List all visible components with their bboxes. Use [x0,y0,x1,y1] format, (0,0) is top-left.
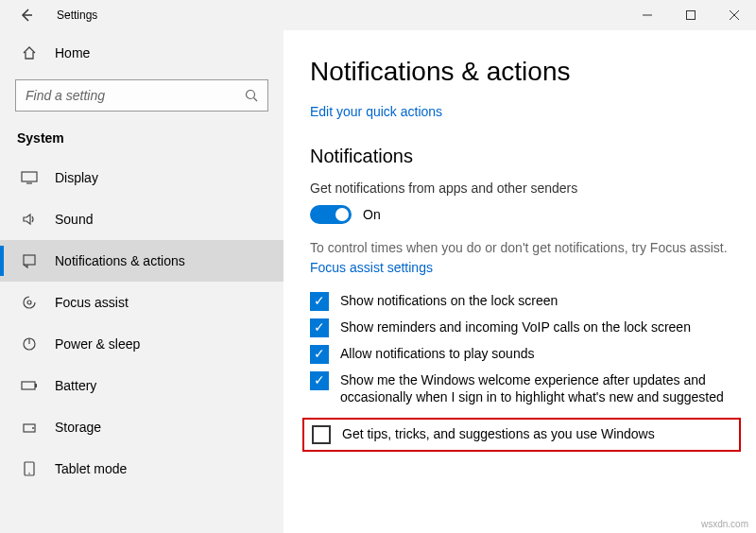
check-reminders[interactable]: ✓ Show reminders and incoming VoIP calls… [310,318,737,337]
category-label: System [0,123,284,157]
checkbox-list: ✓ Show notifications on the lock screen … [310,292,737,453]
nav-notifications[interactable]: Notifications & actions [0,240,284,282]
power-icon [21,336,38,352]
tablet-icon [21,461,38,476]
close-button[interactable] [713,0,756,30]
nav-storage[interactable]: Storage [0,406,284,448]
nav-label: Storage [55,420,101,435]
close-icon [730,10,739,20]
focus-icon [21,295,38,310]
svg-point-4 [27,301,31,304]
checkbox[interactable]: ✓ [310,371,329,390]
nav-power[interactable]: Power & sleep [0,323,284,365]
notifications-toggle[interactable] [310,205,352,224]
maximize-button[interactable] [669,0,713,30]
svg-point-1 [247,91,255,99]
display-icon [21,171,38,184]
home-icon [21,45,38,60]
nav-label: Power & sleep [55,336,140,352]
check-welcome[interactable]: ✓ Show me the Windows welcome experience… [310,371,737,407]
search-box[interactable] [15,79,268,112]
minimize-icon [643,10,652,20]
titlebar: Settings [0,0,756,30]
quick-actions-link[interactable]: Edit your quick actions [310,104,737,119]
battery-icon [21,380,38,391]
nav-label: Notifications & actions [55,253,185,268]
nav-label: Focus assist [55,295,129,310]
watermark: wsxdn.com [701,519,748,529]
check-label: Show me the Windows welcome experience a… [340,371,737,407]
svg-point-9 [32,427,34,429]
check-label: Show reminders and incoming VoIP calls o… [340,318,691,336]
back-button[interactable] [8,0,45,30]
nav-label: Display [55,170,98,185]
nav-tablet[interactable]: Tablet mode [0,448,284,490]
checkbox[interactable]: ✓ [310,318,329,337]
svg-rect-0 [687,11,696,20]
checkbox[interactable] [312,425,331,444]
nav-focus-assist[interactable]: Focus assist [0,282,284,323]
nav-label: Sound [55,212,93,227]
sidebar: Home System Display Sound [0,30,284,533]
notifications-toggle-row: On [310,205,737,224]
search-icon [245,89,258,102]
section-heading: Notifications [310,146,737,167]
checkbox[interactable]: ✓ [310,345,329,364]
nav-display[interactable]: Display [0,157,284,198]
storage-icon [21,420,38,435]
check-label: Show notifications on the lock screen [340,292,558,310]
minimize-button[interactable] [626,0,669,30]
sound-icon [21,212,38,227]
arrow-left-icon [19,8,34,23]
check-label: Allow notifications to play sounds [340,345,534,363]
checkbox[interactable]: ✓ [310,292,329,311]
content-area: Notifications & actions Edit your quick … [284,30,756,533]
page-heading: Notifications & actions [310,57,737,87]
check-lock-screen[interactable]: ✓ Show notifications on the lock screen [310,292,737,311]
check-sounds[interactable]: ✓ Allow notifications to play sounds [310,345,737,364]
search-input[interactable] [26,88,245,103]
svg-rect-7 [35,384,37,387]
nav-label: Tablet mode [55,461,127,476]
home-label: Home [55,45,90,60]
toggle-label: On [363,207,381,222]
notifications-icon [21,253,38,268]
focus-assist-text: To control times when you do or don't ge… [310,239,737,258]
nav-list: Display Sound Notifications & actions Fo… [0,157,284,490]
check-tips-highlighted[interactable]: Get tips, tricks, and suggestions as you… [302,418,741,452]
nav-sound[interactable]: Sound [0,198,284,240]
nav-label: Battery [55,378,96,393]
notif-description: Get notifications from apps and other se… [310,181,737,196]
svg-rect-3 [24,255,35,265]
svg-point-11 [28,473,30,474]
focus-assist-link[interactable]: Focus assist settings [310,260,737,275]
nav-battery[interactable]: Battery [0,365,284,406]
window-title: Settings [57,9,97,22]
svg-rect-2 [22,172,37,181]
home-nav[interactable]: Home [0,34,284,72]
check-label: Get tips, tricks, and suggestions as you… [342,425,655,443]
svg-rect-6 [22,382,35,389]
maximize-icon [686,10,696,20]
